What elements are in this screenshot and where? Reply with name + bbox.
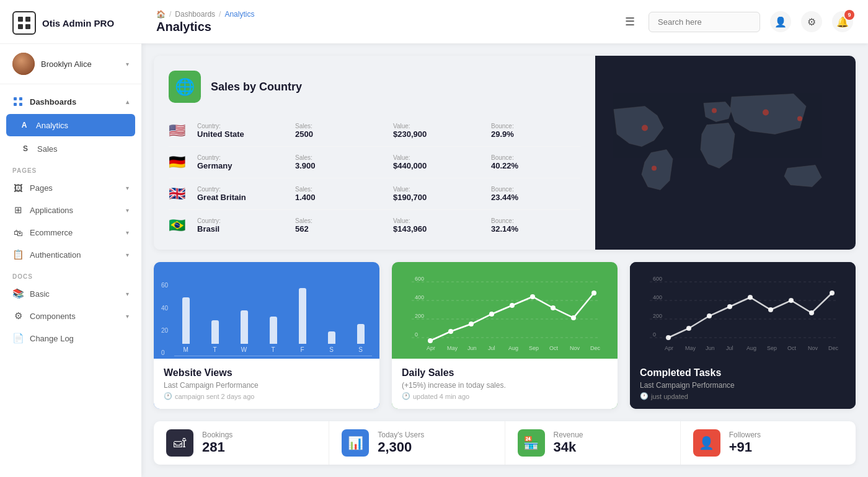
sidebar-user[interactable]: Brooklyn Alice ▾ (0, 44, 141, 84)
table-row: 🇬🇧 Country: Great Britain Sales: 1.400 V… (169, 178, 580, 210)
daily-sales-card: 600 400 200 0 (392, 262, 618, 409)
sidebar-item-changelog[interactable]: 📄 Change Log (0, 327, 141, 349)
completed-tasks-card: 600 400 200 0 (630, 262, 856, 409)
svg-point-55 (830, 291, 835, 295)
svg-point-50 (727, 304, 732, 309)
stats-row: 🛋 Bookings 281 📊 Today's Users 2,300 🏪 R… (154, 421, 856, 465)
svg-text:0: 0 (653, 331, 656, 338)
charts-row: 60 40 20 0 M T (154, 262, 856, 409)
svg-point-27 (551, 305, 556, 310)
main-content: 🏠 / Dashboards / Analytics Analytics ☰ 👤… (141, 0, 868, 477)
settings-button[interactable]: ⚙ (801, 11, 822, 32)
bar-chart-area: M T W T (174, 282, 372, 356)
bar-col-T2: T (262, 317, 285, 353)
sidebar-item-components[interactable]: ⚙ Components ▾ (0, 305, 141, 327)
header-right: 👤 ⚙ 🔔 9 (649, 11, 853, 32)
completed-tasks-title: Completed Tasks (640, 367, 846, 379)
svg-rect-3 (25, 24, 30, 29)
basic-icon: 📚 (12, 288, 24, 299)
website-views-title: Website Views (164, 367, 370, 379)
applications-label: Applications (30, 206, 73, 215)
svg-point-21 (428, 338, 433, 343)
users-icon: 📊 (342, 429, 369, 457)
svg-text:Jul: Jul (726, 345, 733, 351)
svg-point-28 (571, 315, 576, 320)
stat-users: 📊 Today's Users 2,300 (329, 421, 505, 465)
bar (270, 317, 277, 344)
website-views-card: 60 40 20 0 M T (154, 262, 379, 409)
svg-point-9 (712, 108, 717, 113)
followers-value: +91 (729, 439, 761, 455)
svg-point-11 (797, 116, 802, 121)
ecommerce-label: Ecommerce (30, 228, 73, 237)
sidebar-item-ecommerce[interactable]: 🛍 Ecommerce ▾ (0, 221, 141, 243)
bar-col-T1: T (203, 320, 226, 353)
bar (299, 288, 306, 344)
flag-de: 🇩🇪 (169, 154, 188, 170)
followers-label: Followers (729, 431, 761, 439)
table-row: 🇺🇸 Country: United State Sales: 2500 Val… (169, 115, 580, 147)
auth-label: Authentication (30, 250, 81, 260)
svg-text:Sep: Sep (529, 345, 539, 351)
profile-button[interactable]: 👤 (770, 11, 791, 32)
bar-col-F: F (291, 288, 314, 353)
breadcrumb-current: Analytics (224, 10, 254, 19)
flag-gb: 🇬🇧 (169, 186, 188, 202)
daily-sales-chart: 600 400 200 0 (392, 262, 618, 359)
search-input[interactable] (649, 12, 760, 32)
svg-point-48 (686, 326, 691, 331)
svg-text:Nov: Nov (808, 345, 818, 351)
sidebar-item-applications[interactable]: ⊞ Applications ▾ (0, 199, 141, 221)
table-row: 🇩🇪 Country: Germany Sales: 3.900 Value: (169, 147, 580, 178)
sidebar-item-dashboards[interactable]: Dashboards ▴ (0, 90, 141, 113)
hamburger-button[interactable]: ☰ (621, 11, 639, 32)
ecommerce-chevron-icon: ▾ (126, 229, 129, 236)
svg-point-23 (469, 322, 474, 326)
daily-sales-title: Daily Sales (402, 367, 608, 379)
notifications-button[interactable]: 🔔 9 (832, 11, 853, 32)
svg-rect-0 (18, 17, 23, 22)
bar (182, 297, 190, 344)
clock-icon: 🕐 (640, 392, 649, 400)
svg-rect-2 (18, 24, 23, 29)
svg-point-25 (510, 303, 515, 308)
sidebar-nav: Dashboards ▴ A Analytics S Sales PAGES 🖼… (0, 84, 141, 477)
world-map (595, 56, 856, 250)
bar (357, 324, 365, 344)
country-table: 🇺🇸 Country: United State Sales: 2500 Val… (169, 115, 580, 241)
flag-us: 🇺🇸 (169, 123, 188, 139)
svg-text:Apr: Apr (665, 345, 673, 351)
sidebar-item-pages[interactable]: 🖼 Pages ▾ (0, 177, 141, 199)
basic-label: Basic (30, 289, 50, 299)
pages-icon: 🖼 (12, 182, 24, 193)
svg-text:Dec: Dec (828, 345, 839, 351)
sales-initial: S (20, 143, 31, 154)
sidebar-item-authentication[interactable]: 📋 Authentication ▾ (0, 243, 141, 266)
svg-text:Apr: Apr (427, 345, 435, 351)
chevron-down-icon: ▾ (126, 61, 129, 68)
bar (241, 310, 248, 344)
clock-icon: 🕐 (164, 392, 172, 400)
stat-followers: 👤 Followers +91 (681, 421, 856, 465)
svg-point-10 (763, 110, 769, 116)
sidebar-item-analytics[interactable]: A Analytics (6, 114, 135, 136)
sales-label: Sales (37, 144, 58, 154)
sidebar-item-sales[interactable]: S Sales (0, 138, 141, 160)
auth-chevron-icon: ▾ (126, 252, 129, 258)
svg-point-22 (448, 329, 453, 334)
completed-tasks-update: 🕐 just updated (640, 392, 846, 400)
svg-point-47 (666, 335, 671, 340)
revenue-label: Revenue (554, 431, 583, 439)
country-name-col: Country: United State (197, 123, 286, 139)
sales-col: Sales: 2500 (295, 123, 384, 139)
website-views-chart: 60 40 20 0 M T (154, 262, 379, 359)
followers-icon: 👤 (693, 429, 720, 457)
daily-sales-subtitle: (+15%) increase in today sales. (402, 381, 608, 390)
completed-tasks-chart: 600 400 200 0 (630, 262, 856, 359)
page-title: Analytics (156, 20, 611, 34)
content-area: 🌐 Sales by Country 🇺🇸 Country: United St… (141, 43, 868, 477)
pages-chevron-icon: ▾ (126, 185, 129, 191)
sidebar-item-basic[interactable]: 📚 Basic ▾ (0, 282, 141, 305)
svg-text:May: May (447, 345, 458, 351)
bounce-col: Bounce: 29.9% (491, 123, 580, 139)
